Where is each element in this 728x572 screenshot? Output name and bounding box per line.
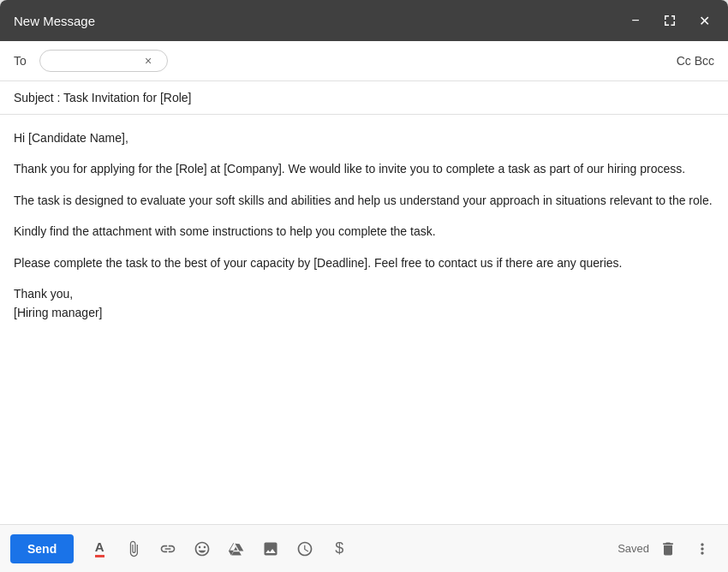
title-bar-actions: − ✕ — [625, 10, 714, 31]
body-content: Hi [Candidate Name], Thank you for apply… — [14, 128, 714, 323]
compose-window: New Message − ✕ To × Cc Bcc Subject : Ta… — [0, 0, 728, 572]
clock-icon — [296, 540, 313, 557]
drive-icon — [228, 540, 245, 557]
subject-row: Subject : Task Invitation for [Role] — [0, 81, 728, 115]
body-greeting: Hi [Candidate Name], — [14, 128, 714, 147]
to-input-wrapper: × — [39, 50, 168, 72]
format-text-icon: A — [95, 539, 104, 557]
subject-text: Subject : Task Invitation for [Role] — [14, 91, 192, 104]
to-input[interactable] — [49, 54, 143, 68]
emoji-button[interactable] — [187, 533, 218, 564]
send-button[interactable]: Send — [10, 534, 74, 563]
window-title: New Message — [14, 14, 95, 28]
emoji-icon — [194, 540, 211, 557]
link-icon — [159, 540, 176, 557]
body-sign1: Thank you, — [14, 287, 73, 301]
saved-label: Saved — [618, 542, 649, 555]
maximize-button[interactable] — [659, 10, 680, 31]
delete-icon — [659, 540, 677, 557]
body-para2: The task is designed to evaluate your so… — [14, 191, 714, 210]
image-icon — [262, 540, 279, 557]
drive-button[interactable] — [221, 533, 252, 564]
body-sign: Thank you, [Hiring manager] — [14, 284, 714, 323]
to-label: To — [14, 54, 31, 68]
body-sign2: [Hiring manager] — [14, 306, 103, 319]
body-area[interactable]: Hi [Candidate Name], Thank you for apply… — [0, 115, 728, 524]
more-options-button[interactable] — [687, 533, 718, 564]
to-clear-button[interactable]: × — [143, 54, 153, 68]
cc-bcc-button[interactable]: Cc Bcc — [677, 54, 714, 68]
attach-icon — [125, 540, 142, 557]
toolbar: Send A — [0, 524, 728, 572]
link-button[interactable] — [152, 533, 183, 564]
schedule-button[interactable] — [289, 533, 320, 564]
attach-button[interactable] — [118, 533, 149, 564]
dollar-icon: $ — [335, 539, 343, 557]
minimize-button[interactable]: − — [625, 10, 646, 31]
delete-button[interactable] — [653, 533, 683, 564]
maximize-icon — [663, 14, 677, 27]
title-bar: New Message − ✕ — [0, 0, 728, 41]
body-para4: Please complete the task to the best of … — [14, 253, 714, 272]
image-button[interactable] — [255, 533, 286, 564]
close-button[interactable]: ✕ — [694, 10, 714, 31]
dollar-button[interactable]: $ — [324, 533, 355, 564]
body-para1: Thank you for applying for the [Role] at… — [14, 159, 714, 178]
body-para3: Kindly find the attachment with some ins… — [14, 222, 714, 241]
format-text-button[interactable]: A — [84, 533, 115, 564]
to-row: To × Cc Bcc — [0, 41, 728, 81]
more-options-icon — [694, 540, 711, 557]
